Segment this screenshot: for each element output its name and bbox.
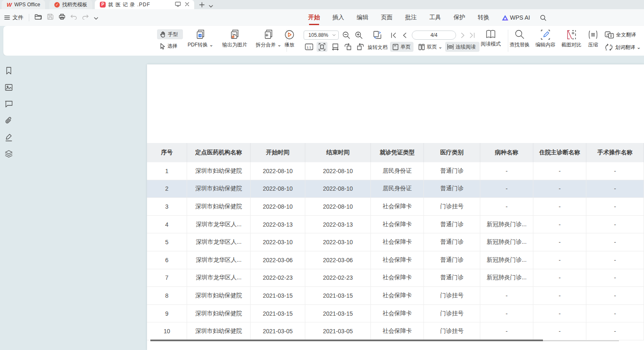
continuous-read-label: 连续阅读: [456, 43, 476, 51]
ribbon-tab-tools[interactable]: 工具: [429, 14, 441, 21]
compress-button[interactable]: 压缩: [584, 29, 602, 49]
table-row[interactable]: 6深圳市龙华区人...2022-03-062022-03-06社会保障卡普通门诊…: [147, 251, 644, 269]
table-row[interactable]: 1深圳市妇幼保健院2022-08-102022-08-10居民身份证普通门诊--…: [147, 162, 644, 180]
continuous-read-button[interactable]: 连续阅读: [445, 42, 479, 52]
table-cell: 普通门诊: [424, 180, 480, 198]
full-translate-button[interactable]: A 全文翻译: [605, 30, 636, 39]
pdf-page[interactable]: 序号定点医药机构名称开始时间结束时间就诊凭证类型医疗类别病种名称住院主诊断名称手…: [147, 64, 644, 350]
ribbon-tab-convert[interactable]: 转换: [478, 14, 489, 21]
tab-document-pdf[interactable]: P 就 医 记 录 .PDF: [95, 0, 194, 9]
zoom-chevron-icon[interactable]: [332, 34, 336, 36]
table-cell: 普通门诊: [424, 216, 480, 234]
table-cell: 普通门诊: [424, 162, 480, 180]
next-page-icon[interactable]: [461, 32, 465, 40]
table-cell: 10: [147, 322, 187, 340]
ribbon-tab-insert[interactable]: 插入: [332, 14, 344, 21]
table-cell: -: [586, 269, 644, 287]
zoom-in-icon[interactable]: [355, 31, 363, 41]
cast-screen-icon[interactable]: [175, 2, 181, 8]
quick-access-chevron-icon[interactable]: [94, 14, 98, 21]
double-page-button[interactable]: 双页 ⌄: [417, 42, 444, 52]
bookmark-panel-icon[interactable]: [5, 66, 13, 75]
rotate-left-button[interactable]: [342, 42, 353, 52]
page-indicator-box[interactable]: [412, 31, 456, 40]
tab-wps-home[interactable]: W WPS Office: [2, 0, 45, 9]
fit-page-button[interactable]: [317, 42, 327, 52]
ribbon-tab-list: 开始 插入 编辑 页面 批注 工具 保护 转换 WPS AI: [308, 9, 546, 26]
save-icon[interactable]: [47, 14, 53, 21]
table-cell: -: [586, 305, 644, 323]
ribbon-tab-wps-ai[interactable]: WPS AI: [502, 14, 530, 21]
select-tool-button[interactable]: 选择: [157, 41, 183, 51]
comment-panel-icon[interactable]: [5, 100, 13, 108]
pdf-convert-button[interactable]: W PDF转换 ⌄: [184, 29, 217, 49]
menu-bar: 文件 开始 插入 编辑 页: [0, 9, 644, 26]
zoom-level-combobox[interactable]: [304, 31, 339, 40]
page-indicator-input[interactable]: [412, 32, 456, 38]
screenshot-compare-button[interactable]: 截图对比: [558, 29, 585, 49]
ribbon-search-icon[interactable]: [540, 15, 546, 21]
table-row[interactable]: 5深圳市龙华区人...2022-03-102022-03-10社会保障卡普通门诊…: [147, 233, 644, 251]
zoom-out-icon[interactable]: [342, 31, 350, 41]
close-tab-icon[interactable]: [185, 2, 189, 8]
rotate-right-button[interactable]: [355, 42, 366, 52]
table-cell: 社会保障卡: [371, 269, 424, 287]
tab-list-chevron-icon[interactable]: [209, 2, 213, 9]
export-image-icon: [230, 29, 240, 40]
redo-icon[interactable]: [82, 14, 89, 21]
ribbon-tab-page[interactable]: 页面: [381, 14, 393, 21]
column-header: 病种名称: [480, 143, 533, 162]
table-cell: 9: [147, 305, 187, 323]
rotate-pages-icon[interactable]: [373, 30, 383, 42]
edit-content-button[interactable]: 编辑内容: [532, 29, 559, 49]
open-file-icon[interactable]: [35, 14, 42, 21]
svg-text:x: x: [606, 48, 607, 51]
find-replace-button[interactable]: 查找替换: [506, 29, 533, 49]
table-row[interactable]: 3深圳市妇幼保健院2022-08-102022-08-10社会保障卡门诊挂号--…: [147, 198, 644, 216]
word-translate-button[interactable]: Ax 划词翻译 ⌄: [605, 43, 641, 52]
table-row[interactable]: 4深圳市龙华区人...2022-03-132022-03-13社会保障卡普通门诊…: [147, 216, 644, 234]
print-icon[interactable]: [59, 14, 65, 21]
table-row[interactable]: 2深圳市妇幼保健院2022-08-102022-08-10居民身份证普通门诊--…: [147, 180, 644, 198]
ribbon-tab-protect[interactable]: 保护: [454, 14, 465, 21]
ribbon-tab-comment[interactable]: 批注: [405, 14, 417, 21]
single-page-button[interactable]: 单页: [390, 42, 413, 52]
attachment-panel-icon[interactable]: [5, 117, 13, 125]
split-merge-icon: [264, 29, 274, 40]
table-cell: 2021-03-05: [305, 322, 371, 340]
layers-panel-icon[interactable]: [5, 150, 13, 158]
table-row[interactable]: 10深圳市妇幼保健院2021-03-052021-03-05社会保障卡门诊挂号-…: [147, 322, 644, 340]
rotate-doc-label[interactable]: 旋转文档: [368, 44, 388, 51]
thumbnail-panel-icon[interactable]: [5, 83, 13, 92]
table-cell: 普通门诊: [424, 269, 480, 287]
column-header: 开始时间: [251, 143, 305, 162]
embedded-scrollbar-thumb[interactable]: [150, 340, 543, 341]
last-page-icon[interactable]: [469, 32, 475, 40]
table-cell: 2022-08-10: [305, 180, 371, 198]
first-page-icon[interactable]: [391, 32, 396, 40]
hand-tool-button[interactable]: 手型: [157, 29, 183, 39]
tab-label: 找稻壳模板: [62, 1, 87, 8]
previous-page-icon[interactable]: [403, 32, 406, 40]
zoom-level-input[interactable]: [304, 32, 332, 38]
file-menu-button[interactable]: 文件: [4, 14, 23, 21]
rotate-left-icon: [344, 43, 352, 51]
table-row[interactable]: 8深圳市妇幼保健院2021-03-152021-03-15社会保障卡门诊挂号--…: [147, 287, 644, 305]
table-cell: 社会保障卡: [371, 251, 424, 269]
play-button[interactable]: 播放: [280, 29, 299, 49]
table-cell: -: [533, 269, 586, 287]
export-image-button[interactable]: 输出为图片: [217, 29, 252, 49]
fit-width-button[interactable]: [330, 42, 341, 52]
signature-panel-icon[interactable]: [5, 133, 13, 142]
ribbon-tab-edit[interactable]: 编辑: [357, 14, 368, 21]
table-cell: 2022-03-13: [305, 216, 371, 234]
read-mode-button[interactable]: 阅读模式: [479, 29, 503, 48]
table-cell: 社会保障卡: [371, 198, 424, 216]
ribbon-tab-home[interactable]: 开始: [308, 14, 320, 21]
table-row[interactable]: 9深圳市妇幼保健院2021-03-152021-03-15社会保障卡门诊挂号--…: [147, 305, 644, 323]
actual-size-button[interactable]: 1:1: [304, 42, 314, 52]
tab-docer-templates[interactable]: ✓ 找稻壳模板: [49, 0, 92, 9]
table-row[interactable]: 7深圳市龙华区人...2022-02-232022-02-23社会保障卡普通门诊…: [147, 269, 644, 287]
new-tab-button[interactable]: [199, 2, 205, 9]
undo-icon[interactable]: [71, 14, 77, 21]
